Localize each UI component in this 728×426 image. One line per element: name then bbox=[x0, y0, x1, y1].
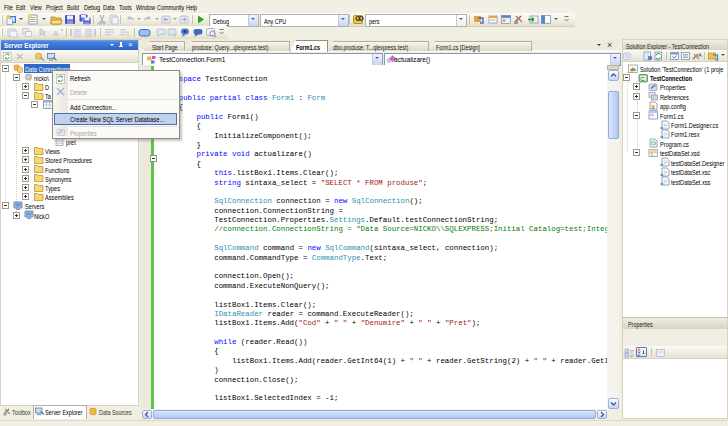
svg-text:C: C bbox=[641, 75, 645, 81]
svg-text:#: # bbox=[652, 140, 655, 146]
svg-text:Z: Z bbox=[638, 352, 641, 356]
svg-text:A: A bbox=[53, 29, 59, 38]
svg-text:A: A bbox=[698, 52, 702, 58]
